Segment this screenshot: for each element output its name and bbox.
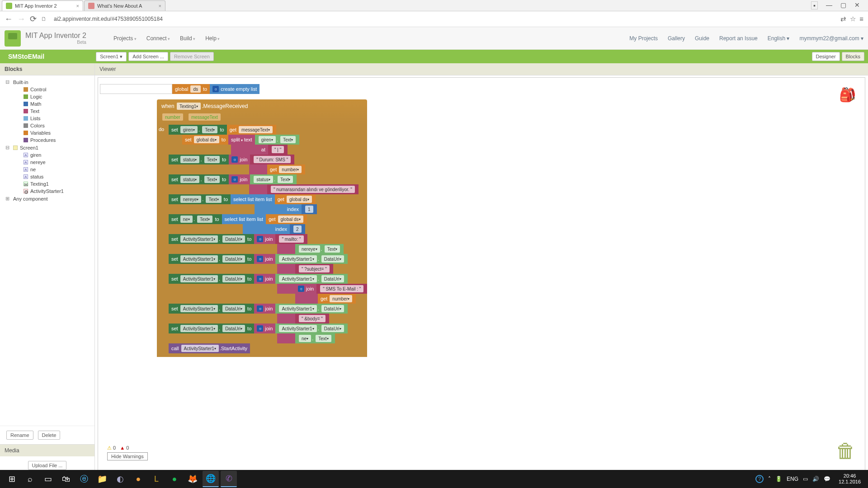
block-row[interactable]: set ActivityStarter1. DataUri to join Ac… — [169, 254, 367, 264]
tree-giren[interactable]: Agiren — [2, 151, 93, 159]
designer-button[interactable]: Designer — [812, 52, 840, 61]
screen-dropdown[interactable]: Screen1 ▾ — [96, 52, 127, 61]
block-row[interactable]: " numarasından alındı ve gönderiliyor. " — [169, 184, 367, 194]
block-row[interactable]: set ActivityStarter1. DataUri to join Ac… — [169, 324, 367, 333]
block-row[interactable]: at " | " — [182, 145, 367, 155]
menu-icon[interactable]: ≡ — [859, 15, 863, 23]
link-english[interactable]: English ▾ — [768, 35, 790, 42]
delete-button[interactable]: Delete — [38, 431, 61, 440]
add-screen-button[interactable]: Add Screen ... — [128, 52, 168, 61]
tree-logic[interactable]: Logic — [2, 93, 93, 100]
block-row[interactable]: join " SMS To E-Mail : " — [169, 284, 367, 294]
tree-text[interactable]: Text — [2, 108, 93, 115]
search-icon[interactable]: ⌕ — [22, 471, 38, 487]
tree-ne[interactable]: Ane — [2, 166, 93, 173]
block-row[interactable]: get number — [169, 164, 367, 174]
backpack-icon[interactable]: 🎒 — [839, 87, 856, 103]
taskview-icon[interactable]: ▭ — [40, 471, 56, 487]
tree-texting1[interactable]: ✉Texting1 — [2, 180, 93, 188]
tree-lists[interactable]: Lists — [2, 115, 93, 122]
block-row[interactable]: set giren. Text to get messageText — [169, 125, 367, 135]
block-row[interactable]: index 1 — [169, 204, 367, 214]
menu-build[interactable]: Build — [180, 35, 195, 42]
reload-icon[interactable]: ⟳ — [30, 14, 37, 24]
close-icon[interactable]: × — [76, 3, 79, 9]
translate-icon[interactable]: ⇄ — [840, 15, 846, 23]
block-row[interactable]: set status. Text to join " Durum: SMS " — [169, 155, 367, 164]
blocks-button[interactable]: Blocks — [842, 52, 864, 61]
clock[interactable]: 20:4612.1.2016 — [835, 473, 864, 485]
menu-connect[interactable]: Connect — [146, 35, 170, 42]
tree-procedures[interactable]: Procedures — [2, 136, 93, 144]
notifications-icon[interactable]: 💬 — [824, 476, 830, 482]
tree-control[interactable]: Control — [2, 86, 93, 93]
explorer-icon[interactable]: 📁 — [94, 471, 110, 487]
url-field[interactable]: ai2.appinventor.mit.edu/#475389055100518… — [51, 16, 836, 22]
star-icon[interactable]: ☆ — [850, 15, 856, 23]
minimize-icon[interactable]: — — [826, 1, 832, 9]
block-row[interactable]: " &body= " — [169, 314, 367, 324]
trash-icon[interactable]: 🗑 — [836, 440, 856, 462]
firefox-icon[interactable]: 🦊 — [184, 471, 201, 487]
event-block[interactable]: when Texting1 .MessageReceived number me… — [157, 99, 367, 125]
close-icon[interactable]: × — [159, 3, 161, 9]
forward-icon[interactable]: → — [17, 14, 25, 24]
close-icon[interactable]: ✕ — [854, 1, 860, 9]
edge-icon[interactable]: ⓔ — [76, 471, 92, 487]
tab-active[interactable]: MIT App Inventor 2× — [2, 0, 83, 11]
block-row[interactable]: set status. Text to join status. Text — [169, 174, 367, 184]
link-guide[interactable]: Guide — [695, 35, 709, 42]
link-report[interactable]: Report an Issue — [719, 35, 758, 42]
chrome-icon[interactable]: 🌐 — [203, 471, 219, 487]
viber-icon[interactable]: ✆ — [221, 471, 237, 487]
hide-warnings-button[interactable]: Hide Warnings — [107, 452, 148, 460]
store-icon[interactable]: 🛍 — [58, 471, 74, 487]
sound-icon[interactable]: 🔊 — [812, 476, 819, 482]
block-row[interactable]: set global ds to split text giren. Text — [182, 135, 367, 145]
remove-screen-button[interactable]: Remove Screen — [170, 52, 214, 61]
block-row[interactable]: " ?subject= " — [169, 264, 367, 274]
link-gallery[interactable]: Gallery — [668, 35, 685, 42]
battery-icon[interactable]: 🔋 — [775, 476, 782, 482]
lang-icon[interactable]: ENG — [787, 476, 798, 482]
block-row[interactable]: nereye. Text — [169, 244, 367, 254]
menu-help[interactable]: Help — [205, 35, 220, 42]
rename-button[interactable]: Rename — [6, 431, 33, 440]
block-row[interactable]: ne. Text — [169, 333, 367, 343]
maximize-icon[interactable]: ▢ — [840, 1, 846, 9]
block-row[interactable]: set nereye. Text to select list item lis… — [169, 194, 367, 204]
tree-status[interactable]: Astatus — [2, 173, 93, 180]
blocks-canvas[interactable]: global ds to create empty list when Text… — [98, 77, 865, 472]
app-icon[interactable]: ● — [130, 471, 146, 487]
tree-variables[interactable]: Variables — [2, 129, 93, 136]
block-row[interactable]: set ne. Text to select list item list ge… — [169, 214, 367, 224]
help-icon[interactable]: ? — [755, 475, 764, 483]
link-myprojects[interactable]: My Projects — [629, 35, 658, 42]
block-row[interactable]: get number — [169, 294, 367, 304]
tree-math[interactable]: Math — [2, 100, 93, 108]
start-icon[interactable]: ⊞ — [4, 471, 20, 487]
tree-builtin[interactable]: ⊟Built-in — [2, 78, 93, 86]
link-user[interactable]: mymmym22@gmail.com ▾ — [799, 35, 863, 42]
lol-icon[interactable]: L — [148, 471, 165, 487]
tree-anycomponent[interactable]: ⊞Any component — [2, 195, 93, 202]
block-row[interactable]: set ActivityStarter1. DataUri to join Ac… — [169, 274, 367, 284]
wifi-icon[interactable]: ▭ — [803, 476, 808, 482]
block-row[interactable]: set ActivityStarter1. DataUri to join " … — [169, 234, 367, 244]
tab-inactive[interactable]: What's New About A× — [84, 0, 165, 11]
back-icon[interactable]: ← — [5, 14, 13, 24]
spotify-icon[interactable]: ● — [166, 471, 183, 487]
block-row[interactable]: set ActivityStarter1. DataUri to join Ac… — [169, 304, 367, 314]
tray-chevron-icon[interactable]: ˄ — [768, 476, 771, 482]
tree-colors[interactable]: Colors — [2, 122, 93, 129]
steam-icon[interactable]: ◐ — [112, 471, 128, 487]
user-icon[interactable]: ▪ — [811, 1, 818, 9]
menu-projects[interactable]: Projects — [113, 35, 137, 42]
upload-button[interactable]: Upload File ... — [28, 461, 67, 470]
warning-icon: ⚠ — [107, 445, 112, 450]
block-row[interactable]: index 2 — [169, 224, 367, 234]
tree-nereye[interactable]: Anereye — [2, 159, 93, 166]
tree-activitystarter1[interactable]: ⚙ActivityStarter1 — [2, 188, 93, 195]
block-row[interactable]: call ActivityStarter1.StartActivity — [169, 343, 367, 353]
tree-screen1[interactable]: ⊟Screen1 — [2, 144, 93, 151]
